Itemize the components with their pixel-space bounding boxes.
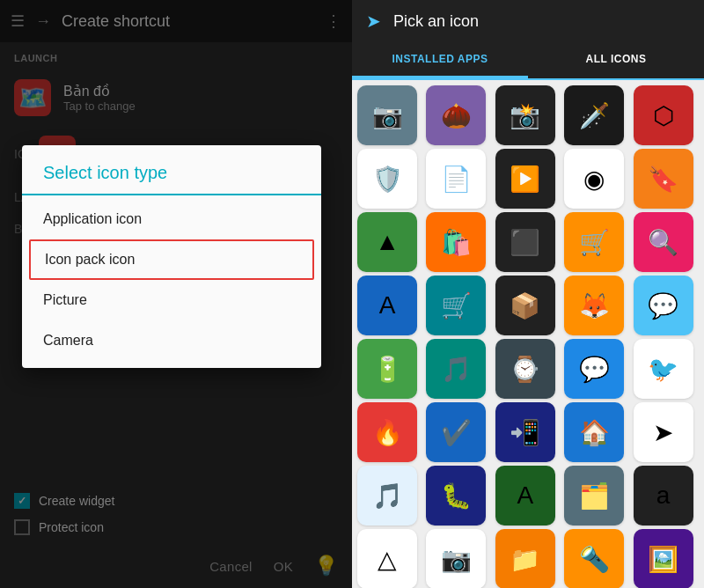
app-icon-cell-bookmark[interactable]: 🔖 [634, 149, 693, 209]
app-icon-cell-pdf[interactable]: 📄 [426, 149, 486, 209]
app-icon-cell-watch[interactable]: ⌚ [495, 339, 555, 399]
app-icon-cell-triangle[interactable]: ▲ [357, 212, 417, 272]
app-icon-cell-flashlight[interactable]: 🔦 [564, 529, 624, 588]
app-icon-cell-arrow[interactable]: ➤ [634, 402, 693, 462]
app-icon-cell-sticker[interactable]: 💬 [634, 276, 693, 335]
app-icon-cell-circle[interactable]: ◉ [564, 149, 624, 209]
app-icon-cell-home[interactable]: 🏠 [564, 402, 624, 462]
tab-installed-apps[interactable]: INSTALLED APPS [352, 42, 528, 78]
app-icon-cell-music[interactable]: 🎵 [426, 339, 486, 399]
app-icon-cell-battery[interactable]: 🔋 [357, 339, 417, 399]
app-icon-cell-search[interactable]: 🔍 [634, 212, 693, 272]
dialog-title: Select icon type [22, 145, 321, 195]
left-panel: ☰ → Create shortcut ⋮ LAUNCH 🗺️ Bản đồ T… [0, 0, 352, 588]
app-icon-cell-angry-bird[interactable]: 🐦 [634, 339, 693, 399]
app-icon-cell-hex-red[interactable]: ⬡ [634, 85, 693, 145]
app-icon-cell-cart[interactable]: 🛒 [426, 276, 486, 335]
app-icon-cell-aliexpress[interactable]: 🛍️ [426, 212, 486, 272]
app-icon-cell-letter-a[interactable]: A [357, 276, 417, 335]
pick-icon-arrow: ➤ [366, 11, 381, 32]
app-icon-cell-message[interactable]: 💬 [564, 339, 624, 399]
pick-icon-title: Pick an icon [393, 12, 479, 31]
app-icon-cell-fdroid[interactable]: 📲 [495, 402, 555, 462]
tabs-bar: INSTALLED APPS ALL ICONS [352, 42, 704, 80]
app-icon-cell-fox[interactable]: 🦊 [564, 276, 624, 335]
app-icon-cell-a-round[interactable]: a [634, 466, 693, 526]
app-icon-cell-music-blue[interactable]: 🎵 [357, 466, 417, 526]
picture-option[interactable]: Picture [22, 280, 321, 320]
application-icon-option[interactable]: Application icon [22, 199, 321, 239]
tab-all-icons[interactable]: ALL ICONS [528, 42, 704, 78]
app-icon-cell-drive[interactable]: △ [357, 529, 417, 588]
app-icon-cell-shield[interactable]: 🛡️ [357, 149, 417, 209]
app-icon-cell-black-cam[interactable]: 📸 [495, 85, 555, 145]
right-panel: ➤ Pick an icon INSTALLED APPS ALL ICONS … [352, 0, 704, 588]
icons-grid: 📷🌰📸🗡️⬡🛡️📄▶️◉🔖▲🛍️⬛🛒🔍A🛒📦🦊💬🔋🎵⌚💬🐦🔥✔️📲🏠➤🎵🐛A🗂️… [352, 80, 704, 588]
camera-option[interactable]: Camera [22, 320, 321, 361]
icon-pack-icon-option[interactable]: Icon pack icon [29, 239, 314, 280]
app-icon-cell-photo[interactable]: 🖼️ [634, 529, 693, 588]
app-icon-cell-acorn[interactable]: 🌰 [426, 85, 486, 145]
app-icon-cell-basket[interactable]: 🛒 [564, 212, 624, 272]
app-icon-cell-black-rect[interactable]: ⬛ [495, 212, 555, 272]
app-icon-cell-video[interactable]: ▶️ [495, 149, 555, 209]
app-icon-cell-assassin[interactable]: 🗡️ [564, 85, 624, 145]
app-icon-cell-folder-orange[interactable]: 📁 [495, 529, 555, 588]
app-icon-cell-flame[interactable]: 🔥 [357, 402, 417, 462]
app-icon-cell-folder-gray[interactable]: 🗂️ [564, 466, 624, 526]
app-icon-cell-camera2[interactable]: 📷 [426, 529, 486, 588]
right-header: ➤ Pick an icon [352, 0, 704, 42]
app-icon-cell-check[interactable]: ✔️ [426, 402, 486, 462]
app-icon-cell-terminal[interactable]: A [495, 466, 555, 526]
dialog-overlay: Select icon type Application icon Icon p… [0, 0, 352, 588]
app-icon-cell-bug[interactable]: 🐛 [426, 466, 486, 526]
select-icon-type-dialog: Select icon type Application icon Icon p… [22, 145, 321, 368]
app-icon-cell-camera[interactable]: 📷 [357, 85, 417, 145]
app-icon-cell-amazon[interactable]: 📦 [495, 276, 555, 335]
